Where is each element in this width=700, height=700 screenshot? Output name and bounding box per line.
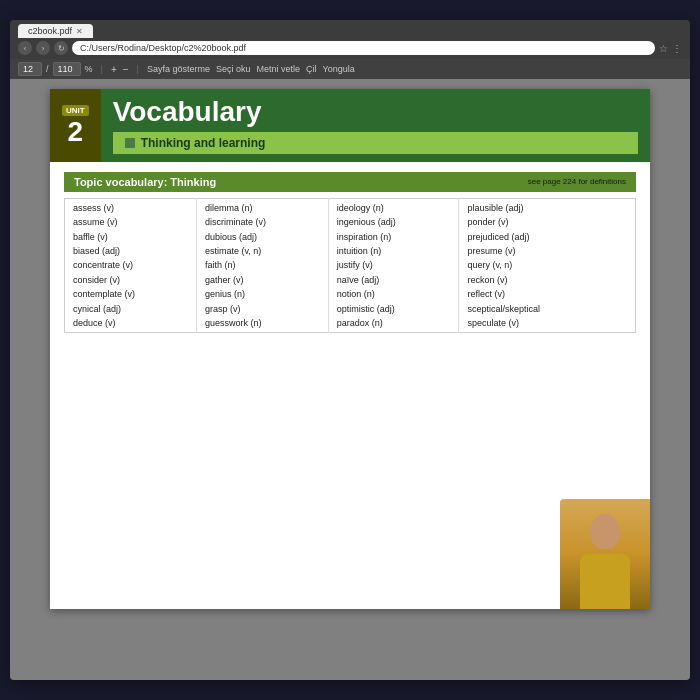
person-silhouette bbox=[570, 509, 640, 609]
list-item: contemplate (v) bbox=[73, 287, 188, 301]
zoom-percent: % bbox=[85, 64, 93, 74]
list-item: justify (v) bbox=[337, 258, 451, 272]
subtitle-bar: Thinking and learning bbox=[113, 132, 638, 154]
list-item: optimistic (adj) bbox=[337, 302, 451, 316]
list-item: reflect (v) bbox=[467, 287, 540, 301]
sayfa-label[interactable]: Sayfa gösterme bbox=[147, 64, 210, 74]
address-text: C:/Users/Rodina/Desktop/c2%20book.pdf bbox=[80, 43, 246, 53]
add-page-button[interactable]: + bbox=[111, 64, 117, 75]
page-number-input[interactable] bbox=[18, 62, 42, 76]
list-item: cynical (adj) bbox=[73, 302, 188, 316]
list-item: estimate (v, n) bbox=[205, 244, 320, 258]
list-item: plausible (adj) bbox=[467, 201, 540, 215]
refresh-button[interactable]: ↻ bbox=[54, 41, 68, 55]
cur-label[interactable]: Çil bbox=[306, 64, 317, 74]
vocab-section: Topic vocabulary: Thinking see page 224 … bbox=[50, 162, 650, 344]
topic-title: Topic vocabulary: Thinking bbox=[74, 176, 216, 188]
browser-controls: ‹ › ↻ C:/Users/Rodina/Desktop/c2%20book.… bbox=[18, 41, 682, 55]
subtitle-square-icon bbox=[125, 138, 135, 148]
list-item: discriminate (v) bbox=[205, 215, 320, 229]
seci-label[interactable]: Seçi oku bbox=[216, 64, 251, 74]
list-item: concentrate (v) bbox=[73, 258, 188, 272]
pdf-page: UNIT 2 Vocabulary Thinking and learning … bbox=[50, 89, 650, 609]
browser-tabs: c2book.pdf ✕ bbox=[18, 24, 682, 38]
list-item: ingenious (adj) bbox=[337, 215, 451, 229]
minus-page-button[interactable]: − bbox=[123, 64, 129, 75]
list-item: assess (v) bbox=[73, 201, 188, 215]
bookmark-icon[interactable]: ☆ bbox=[659, 43, 668, 54]
person-image bbox=[560, 499, 650, 609]
page-sep: / bbox=[46, 64, 49, 74]
yongula-label[interactable]: Yongula bbox=[323, 64, 355, 74]
list-item: sceptical/skeptical bbox=[467, 302, 540, 316]
list-item: ideology (n) bbox=[337, 201, 451, 215]
toolbar-icons: ☆ ⋮ bbox=[659, 43, 682, 54]
list-item: inspiration (n) bbox=[337, 230, 451, 244]
list-item: presume (v) bbox=[467, 244, 540, 258]
list-item: gather (v) bbox=[205, 273, 320, 287]
unit-number: 2 bbox=[68, 118, 84, 146]
list-item: faith (n) bbox=[205, 258, 320, 272]
browser-chrome: c2book.pdf ✕ ‹ › ↻ C:/Users/Rodina/Deskt… bbox=[10, 20, 690, 59]
list-item: dilemma (n) bbox=[205, 201, 320, 215]
list-item: prejudiced (adj) bbox=[467, 230, 540, 244]
list-item: genius (n) bbox=[205, 287, 320, 301]
list-item: ponder (v) bbox=[467, 215, 540, 229]
back-button[interactable]: ‹ bbox=[18, 41, 32, 55]
list-item: query (v, n) bbox=[467, 258, 540, 272]
tab-close-icon[interactable]: ✕ bbox=[76, 27, 83, 36]
vocabulary-title: Vocabulary bbox=[113, 97, 638, 128]
list-item: guesswork (n) bbox=[205, 316, 320, 330]
tab-label: c2book.pdf bbox=[28, 26, 72, 36]
list-item: intuition (n) bbox=[337, 244, 451, 258]
page-controls: / % bbox=[18, 62, 93, 76]
topic-note: see page 224 for definitions bbox=[528, 177, 626, 186]
unit-title-area: Vocabulary Thinking and learning bbox=[101, 89, 650, 162]
metni-label[interactable]: Metni vetle bbox=[256, 64, 300, 74]
separator-2: | bbox=[137, 64, 139, 74]
unit-header: UNIT 2 Vocabulary Thinking and learning bbox=[50, 89, 650, 162]
browser-window: c2book.pdf ✕ ‹ › ↻ C:/Users/Rodina/Deskt… bbox=[10, 20, 690, 680]
forward-button[interactable]: › bbox=[36, 41, 50, 55]
list-item: baffle (v) bbox=[73, 230, 188, 244]
pdf-toolbar: / % | + − | Sayfa gösterme Seçi oku Metn… bbox=[10, 59, 690, 79]
unit-label: UNIT bbox=[62, 105, 89, 116]
separator-1: | bbox=[101, 64, 103, 74]
list-item: grasp (v) bbox=[205, 302, 320, 316]
list-item: deduce (v) bbox=[73, 316, 188, 330]
list-item: speculate (v) bbox=[467, 316, 540, 330]
vocab-row-1: assess (v) assume (v) baffle (v) biased … bbox=[65, 198, 636, 333]
active-tab[interactable]: c2book.pdf ✕ bbox=[18, 24, 93, 38]
list-item: reckon (v) bbox=[467, 273, 540, 287]
pdf-content-area: UNIT 2 Vocabulary Thinking and learning … bbox=[10, 79, 690, 680]
list-item: dubious (adj) bbox=[205, 230, 320, 244]
menu-icon[interactable]: ⋮ bbox=[672, 43, 682, 54]
list-item: assume (v) bbox=[73, 215, 188, 229]
list-item: consider (v) bbox=[73, 273, 188, 287]
vocab-cell-1-3: ideology (n) ingenious (adj) inspiration… bbox=[328, 198, 459, 333]
list-item: notion (n) bbox=[337, 287, 451, 301]
address-bar[interactable]: C:/Users/Rodina/Desktop/c2%20book.pdf bbox=[72, 41, 655, 55]
vocab-cell-1-1: assess (v) assume (v) baffle (v) biased … bbox=[65, 198, 197, 333]
list-item: paradox (n) bbox=[337, 316, 451, 330]
topic-header: Topic vocabulary: Thinking see page 224 … bbox=[64, 172, 636, 192]
vocab-cell-1-4: plausible (adj) ponder (v) prejudiced (a… bbox=[459, 198, 636, 333]
vocab-cell-1-2: dilemma (n) discriminate (v) dubious (ad… bbox=[196, 198, 328, 333]
list-item: naïve (adj) bbox=[337, 273, 451, 287]
list-item: biased (adj) bbox=[73, 244, 188, 258]
vocab-table: assess (v) assume (v) baffle (v) biased … bbox=[64, 198, 636, 334]
unit-badge: UNIT 2 bbox=[50, 89, 101, 162]
subtitle-text: Thinking and learning bbox=[141, 136, 266, 150]
zoom-input[interactable] bbox=[53, 62, 81, 76]
